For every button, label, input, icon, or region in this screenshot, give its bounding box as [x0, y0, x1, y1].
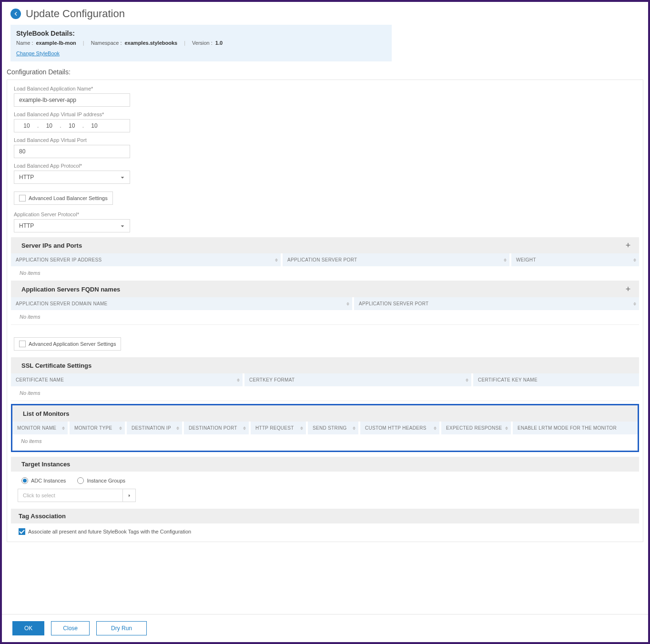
vip-octet-1[interactable]: [16, 122, 37, 130]
target-radio-row: ADC Instances Instance Groups: [11, 472, 639, 489]
col-http-request[interactable]: HTTP REQUEST: [251, 422, 308, 434]
sort-icon: [504, 258, 507, 262]
input-vip[interactable]: . . .: [14, 119, 130, 132]
section-title-monitors: List of Monitors: [23, 410, 70, 417]
col-cert-key-name[interactable]: CERTIFICATE KEY NAME: [473, 373, 639, 386]
select-server-protocol-value: HTTP: [19, 222, 34, 229]
sort-icon: [466, 378, 468, 382]
radio-instance-groups[interactable]: Instance Groups: [77, 477, 125, 484]
sort-icon: [633, 258, 636, 262]
col-dest-ip[interactable]: DESTINATION IP: [127, 422, 184, 434]
label-app-name: Load Balanced Application Name*: [14, 86, 636, 91]
monitors-header-row: MONITOR NAME MONITOR TYPE DESTINATION IP…: [12, 422, 638, 434]
section-ssl: SSL Certificate Settings: [11, 357, 639, 373]
label-name: Name :: [16, 40, 33, 46]
label-vport: Load Balanced App Virtual Port: [14, 137, 636, 143]
select-protocol-value: HTTP: [19, 174, 34, 181]
ok-button[interactable]: OK: [12, 621, 44, 635]
value-namespace: examples.stylebooks: [125, 40, 178, 46]
add-server-button[interactable]: +: [621, 240, 635, 251]
label-advanced-app: Advanced Application Server Settings: [29, 341, 116, 347]
section-server-ips-ports: Server IPs and Ports +: [11, 237, 639, 253]
section-title-ssl: SSL Certificate Settings: [21, 362, 91, 369]
server-ips-header-row: APPLICATION SERVER IP ADDRESS APPLICATIO…: [11, 253, 639, 266]
close-button[interactable]: Close: [51, 621, 90, 635]
col-dest-port[interactable]: DESTINATION PORT: [184, 422, 251, 434]
col-fqdn-port[interactable]: APPLICATION SERVER PORT: [354, 297, 639, 310]
ssl-empty: No items: [11, 386, 639, 401]
value-name: example-lb-mon: [36, 40, 76, 46]
sort-icon: [176, 426, 179, 430]
sort-icon: [353, 426, 355, 430]
sort-icon: [346, 302, 349, 305]
footer-action-bar: OK Close Dry Run: [2, 614, 648, 642]
col-expected-response[interactable]: EXPECTED RESPONSE: [441, 422, 513, 434]
radio-adc-instances[interactable]: ADC Instances: [21, 477, 66, 484]
section-title-fqdn: Application Servers FQDN names: [21, 286, 120, 293]
toggle-advanced-app-settings[interactable]: Advanced Application Server Settings: [14, 337, 121, 351]
section-title-server-ips: Server IPs and Ports: [21, 242, 82, 249]
radio-off-icon: [77, 477, 84, 484]
col-send-string[interactable]: SEND STRING: [308, 422, 360, 434]
configuration-card: Load Balanced Application Name* Load Bal…: [7, 80, 643, 542]
monitors-highlight: List of Monitors MONITOR NAME MONITOR TY…: [11, 404, 639, 452]
value-version: 1.0: [215, 40, 223, 46]
vip-octet-4[interactable]: [84, 122, 105, 130]
label-advanced-lb: Advanced Load Balancer Settings: [29, 195, 108, 201]
col-certkey-format[interactable]: CERTKEY FORMAT: [244, 373, 473, 386]
sort-icon: [243, 426, 246, 430]
col-domain-name[interactable]: APPLICATION SERVER DOMAIN NAME: [11, 297, 354, 310]
chevron-down-icon: [120, 175, 125, 180]
sort-icon: [633, 302, 636, 305]
label-vip: Load Balanced App Virtual IP address*: [14, 111, 636, 117]
label-namespace: Namespace :: [91, 40, 122, 46]
input-vport[interactable]: [14, 145, 130, 158]
select-protocol[interactable]: HTTP: [14, 171, 130, 184]
back-icon[interactable]: [10, 9, 21, 19]
label-version: Version :: [192, 40, 213, 46]
section-tag-association: Tag Association: [11, 509, 639, 523]
col-cert-name[interactable]: CERTIFICATE NAME: [11, 373, 244, 386]
add-fqdn-button[interactable]: +: [621, 283, 635, 295]
dry-run-button[interactable]: Dry Run: [96, 621, 147, 635]
col-custom-headers[interactable]: CUSTOM HTTP HEADERS: [360, 422, 441, 434]
section-monitors: List of Monitors: [12, 405, 638, 422]
select-server-protocol[interactable]: HTTP: [14, 219, 130, 232]
change-stylebook-link[interactable]: Change StyleBook: [16, 50, 60, 56]
checkbox-icon: [19, 341, 26, 347]
app-frame: Update Configuration StyleBook Details: …: [2, 2, 648, 642]
ssl-header-row: CERTIFICATE NAME CERTKEY FORMAT CERTIFIC…: [11, 373, 639, 386]
checkbox-icon: [19, 195, 26, 201]
vip-octet-3[interactable]: [61, 122, 82, 130]
target-picker-placeholder: Click to select: [23, 493, 55, 498]
label-associate-tags: Associate all present and future StyleBo…: [28, 529, 191, 534]
col-monitor-name[interactable]: MONITOR NAME: [12, 422, 70, 434]
toggle-advanced-lb-settings[interactable]: Advanced Load Balancer Settings: [14, 191, 113, 205]
col-server-ip[interactable]: APPLICATION SERVER IP ADDRESS: [11, 253, 283, 266]
col-weight[interactable]: WEIGHT: [511, 253, 639, 266]
section-fqdn: Application Servers FQDN names +: [11, 281, 639, 297]
fqdn-empty: No items: [11, 310, 639, 325]
sort-icon: [434, 426, 437, 430]
target-picker-open-button[interactable]: [122, 489, 136, 502]
server-ips-empty: No items: [11, 266, 639, 281]
section-target-instances: Target Instances: [11, 457, 639, 472]
target-picker-input[interactable]: Click to select: [18, 489, 122, 502]
configuration-details-title: Configuration Details:: [2, 61, 648, 80]
label-server-protocol: Application Server Protocol*: [14, 211, 636, 217]
monitors-empty: No items: [12, 434, 638, 449]
sort-icon: [300, 426, 303, 430]
stylebook-details-title: StyleBook Details:: [16, 30, 386, 37]
vip-octet-2[interactable]: [39, 122, 60, 130]
chevron-right-icon: [127, 493, 132, 498]
col-monitor-type[interactable]: MONITOR TYPE: [70, 422, 127, 434]
checkbox-associate-tags[interactable]: [19, 528, 25, 535]
input-app-name[interactable]: [14, 93, 130, 107]
col-enable-lrtm[interactable]: ENABLE LRTM MODE FOR THE MONITOR: [513, 422, 638, 434]
fqdn-header-row: APPLICATION SERVER DOMAIN NAME APPLICATI…: [11, 297, 639, 310]
sort-icon: [237, 378, 240, 382]
sort-icon: [62, 426, 65, 430]
stylebook-meta-line: Name : example-lb-mon | Namespace : exam…: [16, 40, 386, 46]
col-server-port[interactable]: APPLICATION SERVER PORT: [283, 253, 511, 266]
sort-icon: [505, 426, 508, 430]
